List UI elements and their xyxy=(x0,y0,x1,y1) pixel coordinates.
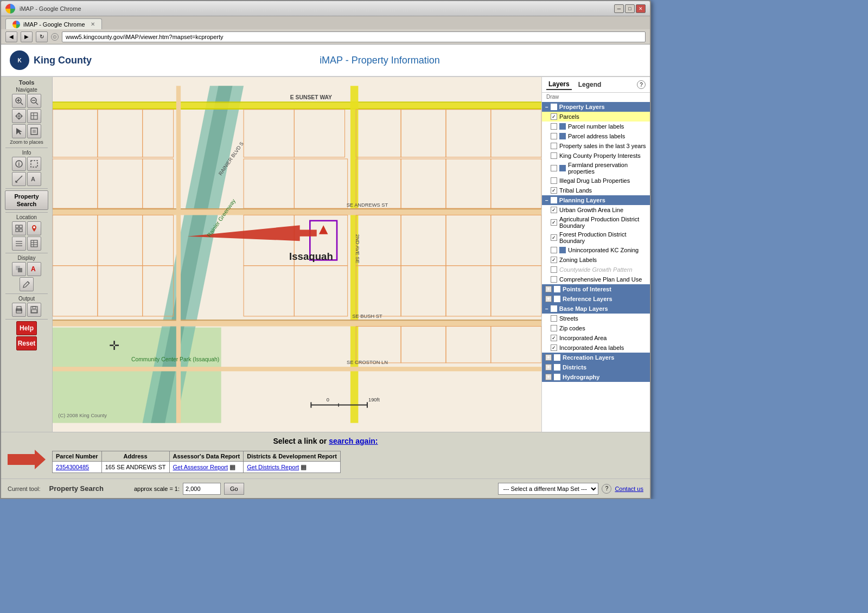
mapset-help-button[interactable]: ? xyxy=(602,484,611,494)
kc-interests-checkbox[interactable] xyxy=(551,152,557,159)
svg-rect-23 xyxy=(16,229,18,232)
expand-poi-button[interactable]: + xyxy=(545,286,552,292)
expand-hydrography-button[interactable]: + xyxy=(545,374,552,380)
help-button[interactable]: Help xyxy=(16,321,37,335)
contact-link[interactable]: Contact us xyxy=(615,486,643,492)
svg-text:SE ANDREWS ST: SE ANDREWS ST xyxy=(347,202,388,208)
tab-close-icon[interactable]: ✕ xyxy=(91,21,95,27)
expand-reference-button[interactable]: + xyxy=(545,296,552,302)
countywide-checkbox[interactable] xyxy=(551,266,557,273)
svg-point-40 xyxy=(21,310,22,311)
scale-input[interactable] xyxy=(183,483,221,495)
output-section: Output xyxy=(3,296,50,317)
labels-button[interactable]: A xyxy=(27,172,41,186)
forward-button[interactable]: ▶ xyxy=(21,31,33,42)
property-sales-checkbox[interactable] xyxy=(551,143,557,149)
navigate-row-1 xyxy=(3,94,50,108)
drug-lab-checkbox[interactable] xyxy=(551,177,557,184)
property-layers-checkbox[interactable]: ✓ xyxy=(551,104,557,110)
select-button[interactable] xyxy=(12,124,26,138)
tribal-checkbox[interactable]: ✓ xyxy=(551,187,557,194)
reset-button[interactable]: Reset xyxy=(16,336,37,350)
identify-button[interactable] xyxy=(27,109,41,123)
select-area-button[interactable] xyxy=(27,157,41,171)
parcels-label: Parcels xyxy=(559,113,579,120)
back-button[interactable]: ◀ xyxy=(5,31,17,42)
close-button[interactable]: ✕ xyxy=(636,4,646,13)
parcel-address-icon xyxy=(559,133,566,139)
location-table-button[interactable] xyxy=(27,237,41,251)
expand-recreation-button[interactable]: + xyxy=(545,354,552,361)
location-pin-button[interactable] xyxy=(27,221,41,235)
basemap-checkbox[interactable]: ✓ xyxy=(551,305,557,312)
incorp-area-checkbox[interactable]: ✓ xyxy=(551,335,557,341)
recreation-checkbox[interactable]: ✓ xyxy=(554,354,560,361)
legend-tab[interactable]: Legend xyxy=(576,80,604,90)
search-again-link[interactable]: search again: xyxy=(329,437,378,445)
zoom-out-button[interactable] xyxy=(27,94,41,108)
farmland-checkbox[interactable] xyxy=(551,165,557,171)
districts-checkbox[interactable] xyxy=(554,364,560,371)
poi-checkbox[interactable]: ✓ xyxy=(554,286,560,292)
forest-production-item: ✓ Forest Production District Boundary xyxy=(542,230,650,245)
pan-button[interactable] xyxy=(12,109,26,123)
forest-production-checkbox[interactable]: ✓ xyxy=(551,234,557,241)
assessor-report-link[interactable]: Get Assessor Report xyxy=(173,464,228,470)
countywide-label: Countywide Growth Pattern xyxy=(559,266,633,273)
location-list-button[interactable] xyxy=(12,237,26,251)
property-layers-group[interactable]: − ✓ Property Layers xyxy=(542,102,650,112)
kc-interests-label: King County Property Interests xyxy=(559,152,641,159)
maximize-button[interactable]: □ xyxy=(625,4,635,13)
basemap-layers-group[interactable]: − ✓ Base Map Layers xyxy=(542,304,650,314)
mapset-select[interactable]: --- Select a different Map Set --- xyxy=(498,483,598,495)
parcels-checkbox[interactable]: ✓ xyxy=(551,113,557,120)
zoom-in-button[interactable] xyxy=(12,94,26,108)
minimize-button[interactable]: ─ xyxy=(614,4,624,13)
go-button[interactable]: Go xyxy=(224,483,244,495)
zoom-to-places: Zoom to places xyxy=(3,139,50,145)
full-extent-button[interactable] xyxy=(27,124,41,138)
draw-label: Draw xyxy=(542,93,650,101)
streets-checkbox[interactable] xyxy=(551,315,557,322)
hydrography-group[interactable]: + Hydrography xyxy=(542,372,650,382)
map-container[interactable]: E SUNSET WAY SE ANDREWS ST SE BUSH ST SE… xyxy=(53,77,541,432)
reference-checkbox[interactable]: ✓ xyxy=(554,296,560,302)
districts-group[interactable]: + Districts xyxy=(542,362,650,372)
comp-plan-checkbox[interactable] xyxy=(551,276,557,283)
incorp-labels-checkbox[interactable]: ✓ xyxy=(551,344,557,351)
info-button[interactable]: i xyxy=(12,157,26,171)
planning-layers-checkbox[interactable]: ✓ xyxy=(551,197,557,203)
svg-line-17 xyxy=(16,176,22,182)
parcel-number-checkbox[interactable] xyxy=(551,123,557,130)
svg-rect-54 xyxy=(53,321,541,326)
districts-label: Districts xyxy=(563,364,586,371)
address-input[interactable] xyxy=(62,31,646,42)
label-red-button[interactable]: A xyxy=(27,262,41,276)
parcel-number-link[interactable]: 2354300485 xyxy=(56,464,89,470)
parcel-address-checkbox[interactable] xyxy=(551,133,557,139)
measure-button[interactable] xyxy=(12,172,26,186)
layers-tab[interactable]: Layers xyxy=(546,79,572,90)
save-button[interactable] xyxy=(27,303,41,317)
refresh-button[interactable]: ↻ xyxy=(36,31,48,42)
reference-layers-group[interactable]: + ✓ Reference Layers xyxy=(542,294,650,304)
urban-growth-checkbox[interactable]: ✓ xyxy=(551,207,557,213)
districts-report-link[interactable]: Get Districts Report xyxy=(247,464,299,470)
expand-districts-button[interactable]: + xyxy=(545,364,552,371)
zoning-labels-checkbox[interactable]: ✓ xyxy=(551,257,557,263)
planning-layers-group[interactable]: − ✓ Planning Layers xyxy=(542,195,650,205)
browser-tab[interactable]: iMAP - Google Chrome ✕ xyxy=(5,18,102,29)
unincorp-checkbox[interactable] xyxy=(551,247,557,253)
layers-help-button[interactable]: ? xyxy=(637,80,646,89)
svg-rect-13 xyxy=(33,130,36,133)
poi-group[interactable]: + ✓ Points of Interest xyxy=(542,284,650,294)
pencil-button[interactable] xyxy=(20,277,34,291)
hydrography-checkbox[interactable] xyxy=(554,374,560,380)
agr-production-checkbox[interactable]: ✓ xyxy=(551,219,557,226)
zip-codes-checkbox[interactable] xyxy=(551,325,557,331)
print-button[interactable] xyxy=(12,303,26,317)
property-search-button[interactable]: Property Search xyxy=(5,190,48,210)
location-grid-button[interactable] xyxy=(12,221,26,235)
recreation-layers-group[interactable]: + ✓ Recreation Layers xyxy=(542,353,650,362)
transparency-button[interactable] xyxy=(12,262,26,276)
